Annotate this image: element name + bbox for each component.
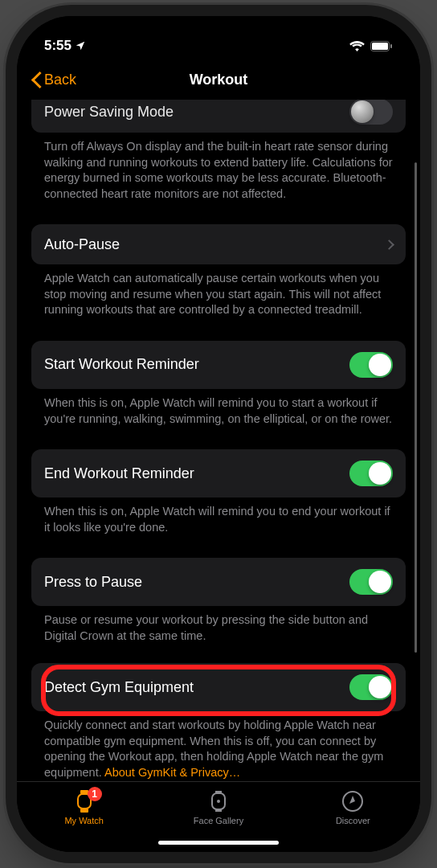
press-pause-label: Press to Pause — [44, 574, 142, 591]
detect-gym-footer: Quickly connect and start workouts by ho… — [31, 711, 406, 780]
svg-rect-8 — [215, 809, 222, 812]
start-reminder-footer: When this is on, Apple Watch will remind… — [31, 389, 406, 427]
back-button[interactable]: Back — [31, 72, 76, 88]
compass-icon — [341, 790, 364, 813]
chevron-left-icon — [31, 72, 41, 88]
status-time: 5:55 — [44, 38, 71, 54]
power-saving-footer: Turn off Always On display and the built… — [31, 133, 406, 202]
chevron-right-icon — [384, 240, 394, 250]
start-reminder-row[interactable]: Start Workout Reminder — [31, 341, 406, 389]
svg-rect-1 — [372, 43, 388, 50]
tab-my-watch-label: My Watch — [64, 816, 104, 825]
press-pause-toggle[interactable] — [349, 569, 393, 595]
page-title: Workout — [190, 72, 248, 88]
screen: 5:55 Back Workout — [17, 16, 420, 852]
tab-badge: 1 — [88, 787, 102, 801]
phone-frame: 5:55 Back Workout — [17, 16, 420, 852]
tab-my-watch[interactable]: 1 My Watch — [36, 790, 133, 825]
svg-point-9 — [217, 800, 220, 803]
detect-gym-row[interactable]: Detect Gym Equipment — [31, 663, 406, 711]
auto-pause-label: Auto-Pause — [44, 236, 120, 253]
tab-discover[interactable]: Discover — [304, 790, 401, 825]
start-reminder-label: Start Workout Reminder — [44, 356, 199, 373]
gymkit-privacy-link[interactable]: About GymKit & Privacy… — [104, 766, 240, 779]
back-label: Back — [44, 72, 76, 88]
press-pause-footer: Pause or resume your workout by pressing… — [31, 606, 406, 644]
home-indicator[interactable] — [158, 841, 279, 845]
power-saving-label: Power Saving Mode — [44, 104, 174, 121]
auto-pause-footer: Apple Watch can automatically pause cert… — [31, 264, 406, 318]
detect-gym-label: Detect Gym Equipment — [44, 679, 194, 696]
nav-bar: Back Workout — [17, 59, 420, 100]
end-reminder-toggle[interactable] — [349, 461, 393, 486]
tab-face-gallery-label: Face Gallery — [194, 816, 243, 825]
scrollbar[interactable] — [415, 162, 417, 653]
auto-pause-row[interactable]: Auto-Pause — [31, 224, 406, 264]
start-reminder-toggle[interactable] — [349, 352, 393, 378]
tab-discover-label: Discover — [336, 816, 370, 825]
detect-gym-toggle[interactable] — [349, 674, 393, 700]
wifi-icon — [349, 40, 365, 51]
notch — [134, 16, 303, 42]
battery-icon — [370, 41, 393, 51]
end-reminder-label: End Workout Reminder — [44, 465, 194, 482]
end-reminder-footer: When this is on, Apple Watch will remind… — [31, 497, 406, 535]
face-gallery-icon — [207, 790, 230, 813]
end-reminder-row[interactable]: End Workout Reminder — [31, 449, 406, 497]
location-icon — [75, 40, 86, 51]
settings-scroll[interactable]: Power Saving Mode Turn off Always On dis… — [17, 100, 420, 781]
tab-face-gallery[interactable]: Face Gallery — [170, 790, 267, 825]
svg-rect-2 — [390, 44, 392, 48]
power-saving-row[interactable]: Power Saving Mode — [31, 100, 406, 133]
power-saving-toggle[interactable] — [349, 100, 393, 125]
press-pause-row[interactable]: Press to Pause — [31, 558, 406, 606]
svg-rect-7 — [215, 791, 222, 793]
